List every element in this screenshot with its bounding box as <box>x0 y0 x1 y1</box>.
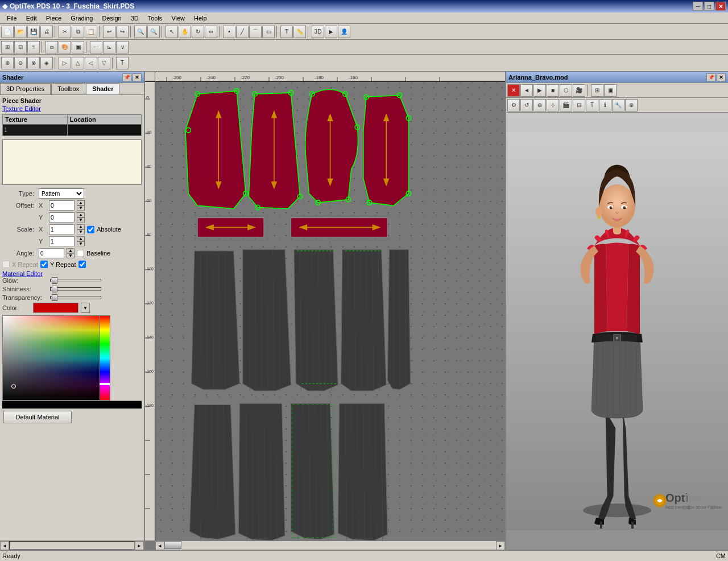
offset-y-input[interactable] <box>49 212 75 222</box>
scale-x-spin[interactable]: ▲ ▼ <box>77 224 85 234</box>
line-btn[interactable]: ╱ <box>236 26 249 38</box>
tab-toolbox[interactable]: Toolbox <box>51 83 85 94</box>
canvas-area[interactable]: -260 -240 -220 -200 -180 -160 <box>145 72 506 550</box>
stitch-btn[interactable]: ⋯ <box>90 41 102 53</box>
copy-btn[interactable]: ⧉ <box>72 26 84 38</box>
tb3-4[interactable]: ◈ <box>40 57 53 69</box>
right-panel-header-buttons[interactable]: 📌 ✕ <box>706 73 726 81</box>
curve-btn[interactable]: ⌒ <box>249 26 262 38</box>
close-button[interactable]: ✕ <box>715 2 726 11</box>
angle-up[interactable]: ▲ <box>67 248 75 253</box>
y-repeat-checkbox[interactable] <box>40 261 48 268</box>
notch-btn[interactable]: ∨ <box>116 41 129 53</box>
absolute-checkbox[interactable] <box>87 226 94 233</box>
grid-btn[interactable]: ⊞ <box>1 41 14 53</box>
scale-y-down[interactable]: ▼ <box>77 241 85 246</box>
align-btn[interactable]: ≡ <box>27 41 40 53</box>
new-btn[interactable]: 📄 <box>1 26 14 38</box>
repeat-check3[interactable] <box>78 261 86 268</box>
scale-x-down[interactable]: ▼ <box>77 229 85 234</box>
color-crosshair[interactable] <box>11 384 16 389</box>
paste-btn[interactable]: 📋 <box>85 26 97 38</box>
texture-row[interactable]: 1 <box>3 125 142 136</box>
panel-pin-btn[interactable]: 📌 <box>122 73 131 81</box>
measure-btn[interactable]: 📏 <box>293 26 306 38</box>
r-tb-play[interactable]: ▶ <box>533 84 546 97</box>
texture-editor-link[interactable]: Texture Editor <box>2 105 142 112</box>
glow-thumb[interactable] <box>52 277 57 284</box>
angle-spin[interactable]: ▲ ▼ <box>67 248 75 258</box>
panel-h-scroll[interactable] <box>9 541 135 550</box>
maximize-button[interactable]: □ <box>704 2 714 11</box>
cut-btn[interactable]: ✂ <box>59 26 71 38</box>
panel-header-buttons[interactable]: 📌 ✕ <box>122 73 142 81</box>
right-panel-pin[interactable]: 📌 <box>706 73 715 81</box>
tb3-2[interactable]: ⊖ <box>14 57 27 69</box>
save-btn[interactable]: 💾 <box>27 26 40 38</box>
color2-btn[interactable]: 🎨 <box>59 41 71 53</box>
rect-btn[interactable]: ▭ <box>262 26 275 38</box>
simulate-btn[interactable]: ▶ <box>325 26 337 38</box>
scroll-left-arrow[interactable]: ◄ <box>0 541 9 550</box>
r-tb2-1[interactable]: ⚙ <box>507 99 520 112</box>
mirror-btn[interactable]: ⇔ <box>205 26 217 38</box>
r-tb-wire[interactable]: ⊞ <box>591 84 603 97</box>
offset-x-down[interactable]: ▼ <box>77 205 85 211</box>
menu-edit[interactable]: Edit <box>22 14 42 23</box>
location-cell[interactable] <box>67 125 141 136</box>
tb3-8[interactable]: ▽ <box>98 57 110 69</box>
tab-3d-properties[interactable]: 3D Properties <box>0 83 51 94</box>
shininess-thumb[interactable] <box>52 286 57 292</box>
r-tb2-7[interactable]: T <box>586 99 598 112</box>
menu-view[interactable]: View <box>167 14 189 23</box>
canvas-scroll-track[interactable] <box>164 541 496 550</box>
r-tb-stop[interactable]: ■ <box>547 84 559 97</box>
canvas-scroll-thumb[interactable] <box>164 541 181 549</box>
pattern-piece-1[interactable] <box>185 91 246 209</box>
tb3-5[interactable]: ▷ <box>59 57 71 69</box>
scale-x-up[interactable]: ▲ <box>77 224 85 229</box>
transparency-thumb[interactable] <box>52 294 57 301</box>
shader-tabs[interactable]: 3D Properties Toolbox Shader <box>0 83 144 95</box>
offset-x-up[interactable]: ▲ <box>77 200 85 205</box>
offset-x-input[interactable] <box>49 200 75 211</box>
r-tb-rec[interactable]: ⬡ <box>560 84 572 97</box>
canvas-content[interactable] <box>155 82 505 541</box>
type-select[interactable]: Pattern Solid Gradient <box>39 188 84 199</box>
r-tb2-5[interactable]: 🎬 <box>560 99 572 112</box>
shininess-slider[interactable] <box>50 287 101 291</box>
color-dropdown[interactable]: ▼ <box>81 303 90 313</box>
snap-btn[interactable]: ⊟ <box>14 41 27 53</box>
angle-down[interactable]: ▼ <box>67 253 75 258</box>
tb3-6[interactable]: △ <box>72 57 84 69</box>
menu-file[interactable]: File <box>2 14 22 23</box>
layer-btn[interactable]: ⧈ <box>46 41 58 53</box>
offset-y-down[interactable]: ▼ <box>77 217 85 222</box>
angle-input[interactable] <box>39 248 64 258</box>
pattern-piece-skirt2[interactable] <box>243 250 291 391</box>
tb3-7[interactable]: ◁ <box>85 57 97 69</box>
color-swatch[interactable] <box>33 303 78 313</box>
canvas-h-scrollbar[interactable]: ◄ ► <box>155 541 505 550</box>
pattern-piece-skirt5[interactable] <box>387 250 410 390</box>
scale-y-input[interactable] <box>49 236 75 246</box>
undo-btn[interactable]: ↩ <box>103 26 115 38</box>
titlebar-controls[interactable]: ─ □ ✕ <box>693 2 726 11</box>
scale-x-input[interactable] <box>49 224 75 234</box>
tab-shader[interactable]: Shader <box>86 83 119 94</box>
minimize-button[interactable]: ─ <box>693 2 703 11</box>
scale-y-spin[interactable]: ▲ ▼ <box>77 236 85 246</box>
r-tb2-9[interactable]: 🔧 <box>612 99 624 112</box>
menu-piece[interactable]: Piece <box>42 14 67 23</box>
pattern-piece-skirt1[interactable] <box>192 251 240 390</box>
r-tb-close[interactable]: ✕ <box>507 84 520 97</box>
fill-btn[interactable]: ▣ <box>72 41 84 53</box>
menu-3d[interactable]: 3D <box>126 14 143 23</box>
hue-bar[interactable] <box>100 316 110 400</box>
menu-design[interactable]: Design <box>97 14 126 23</box>
point-btn[interactable]: • <box>223 26 235 38</box>
r-tb2-3[interactable]: ⊛ <box>533 99 546 112</box>
scroll-right-arrow[interactable]: ► <box>135 541 144 550</box>
r-tb2-6[interactable]: ⊟ <box>573 99 585 112</box>
color-picker[interactable] <box>2 315 110 401</box>
